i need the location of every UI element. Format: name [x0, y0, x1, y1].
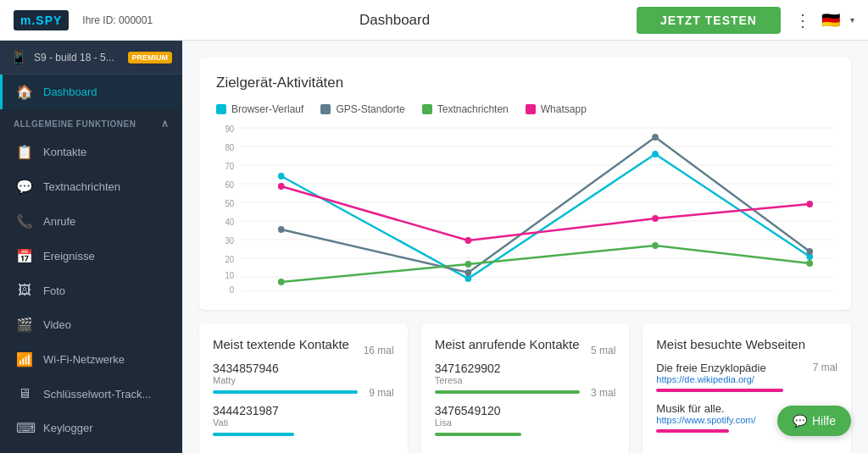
legend-whatsapp: Whatsapp [526, 103, 587, 115]
sidebar-item-label: Keylogger [43, 422, 93, 434]
sidebar-item-apps[interactable]: 📱 Installierte Apps [0, 445, 182, 453]
svg-text:60: 60 [225, 180, 234, 190]
svg-point-38 [652, 215, 659, 222]
svg-text:90: 90 [225, 124, 234, 134]
contact-number: 3476549120 [435, 404, 501, 417]
contact-count: 16 mal [364, 345, 394, 356]
language-flag: 🇩🇪 [821, 11, 840, 30]
sidebar-item-label: Foto [43, 285, 65, 297]
events-icon: 📅 [16, 248, 33, 264]
contact-item: 3476549120 Lisa 3 mal [435, 404, 616, 436]
device-info: 📱 S9 - build 18 - 5... PREMIUM [0, 41, 182, 75]
contact-bar [435, 433, 522, 436]
calling-card: Meist anrufende Kontakte 3471629902 Tere… [421, 323, 630, 453]
header-right: ⋮ 🇩🇪 ▾ [794, 10, 854, 30]
svg-text:0: 0 [230, 285, 235, 293]
activity-chart-card: Zielgerät-Aktivitäten Browser-Verlauf GP… [199, 58, 851, 310]
web-title: Die freie Enzyklopädie [656, 362, 765, 374]
contact-number: 3471629902 [435, 362, 501, 375]
svg-point-24 [278, 173, 285, 180]
video-icon: 🎬 [16, 317, 33, 333]
sidebar: 📱 S9 - build 18 - 5... PREMIUM 🏠 Dashboa… [0, 41, 182, 453]
chart-svg: 90 80 70 60 50 40 30 20 10 0 [216, 124, 834, 293]
sidebar-item-label: Textnachrichten [43, 180, 120, 193]
contact-bar [213, 390, 358, 394]
test-button[interactable]: JETZT TESTEN [637, 7, 781, 34]
legend-label-browser: Browser-Verlauf [231, 103, 303, 115]
legend-dot-whatsapp [526, 104, 536, 114]
sidebar-item-label: Video [43, 318, 71, 331]
sidebar-item-kontakte[interactable]: 📋 Kontakte [0, 135, 182, 169]
wifi-icon: 📶 [16, 351, 33, 367]
more-options-icon[interactable]: ⋮ [794, 10, 811, 30]
svg-point-35 [806, 260, 813, 267]
svg-text:70: 70 [225, 162, 234, 171]
calling-card-title: Meist anrufende Kontakte [435, 337, 616, 351]
svg-point-39 [806, 201, 813, 207]
main-content: Zielgerät-Aktivitäten Browser-Verlauf GP… [182, 41, 868, 453]
svg-point-37 [465, 237, 472, 244]
sidebar-item-dashboard[interactable]: 🏠 Dashboard [0, 75, 182, 109]
contact-item: 3471629902 Teresa 5 mal [435, 362, 616, 394]
web-item: Die freie Enzyklopädie 7 mal https://de.… [656, 362, 837, 392]
web-url[interactable]: https://de.wikipedia.org/ [656, 374, 837, 384]
contact-item: 3444231987 Vati 9 mal [213, 404, 394, 436]
svg-text:40: 40 [225, 218, 234, 227]
sidebar-item-ereignisse[interactable]: 📅 Ereignisse [0, 239, 182, 273]
home-icon: 🏠 [16, 84, 33, 100]
help-button[interactable]: 💬 Hilfe [777, 406, 851, 436]
keylogger-icon: ⌨ [16, 420, 33, 436]
legend-browser: Browser-Verlauf [216, 103, 303, 115]
sidebar-item-textnachrichten[interactable]: 💬 Textnachrichten [0, 169, 182, 204]
contacts-icon: 📋 [16, 144, 33, 160]
svg-text:30: 30 [225, 236, 234, 246]
web-bar [656, 429, 728, 433]
websites-card-title: Meist besuchte Webseiten [656, 337, 837, 351]
chart-title: Zielgerät-Aktivitäten [216, 75, 834, 91]
sidebar-item-anrufe[interactable]: 📞 Anrufe [0, 204, 182, 239]
svg-point-32 [278, 279, 285, 285]
photo-icon: 🖼 [16, 283, 33, 298]
contact-number: 3444231987 [213, 404, 279, 417]
sidebar-item-keyword[interactable]: 🖥 Schlüsselwort-Track... [0, 377, 182, 411]
user-id: Ihre ID: 000001 [82, 14, 153, 26]
legend-label-text: Textnachrichten [437, 103, 509, 115]
sidebar-item-label: Kontakte [43, 146, 86, 158]
sidebar-item-label: Schlüsselwort-Track... [43, 388, 151, 401]
svg-point-29 [465, 269, 472, 276]
sidebar-item-foto[interactable]: 🖼 Foto [0, 273, 182, 307]
legend-dot-browser [216, 104, 226, 114]
contact-count: 5 mal [591, 345, 615, 356]
contact-count: 9 mal [369, 387, 393, 399]
svg-point-34 [652, 242, 659, 249]
svg-text:50: 50 [225, 199, 234, 208]
svg-point-33 [465, 261, 472, 268]
sidebar-item-keylogger[interactable]: ⌨ Keylogger [0, 411, 182, 445]
web-bar [656, 389, 783, 392]
legend-label-gps: GPS-Standorte [336, 103, 404, 115]
contact-name: Matty [213, 375, 279, 385]
svg-point-36 [278, 183, 285, 190]
sidebar-item-wifi[interactable]: 📶 Wi-Fi-Netzwerke [0, 342, 182, 377]
app-logo: m.SPY [14, 10, 69, 30]
sidebar-item-label: Ereignisse [43, 250, 95, 262]
legend-gps: GPS-Standorte [320, 103, 404, 115]
texting-card: Meist textende Kontakte 3434857946 Matty… [199, 323, 408, 453]
svg-point-31 [806, 248, 813, 255]
chevron-up-icon[interactable]: ∧ [161, 118, 170, 130]
messages-icon: 💬 [16, 179, 33, 195]
legend-dot-text [422, 104, 432, 114]
svg-text:20: 20 [225, 255, 234, 264]
language-dropdown-arrow[interactable]: ▾ [850, 15, 854, 25]
sidebar-item-video[interactable]: 🎬 Video [0, 307, 182, 342]
section-allgemeine: ALLGEMEINE FUNKTIONEN ∧ [0, 109, 182, 135]
svg-point-25 [465, 275, 472, 282]
section-label: ALLGEMEINE FUNKTIONEN [14, 119, 136, 129]
legend-dot-gps [320, 104, 331, 114]
svg-point-28 [278, 226, 285, 233]
main-layout: 📱 S9 - build 18 - 5... PREMIUM 🏠 Dashboa… [0, 41, 868, 453]
device-name: S9 - build 18 - 5... [34, 52, 121, 64]
help-icon: 💬 [793, 414, 807, 428]
chart-area: 90 80 70 60 50 40 30 20 10 0 [216, 124, 834, 293]
svg-text:10: 10 [225, 271, 234, 280]
